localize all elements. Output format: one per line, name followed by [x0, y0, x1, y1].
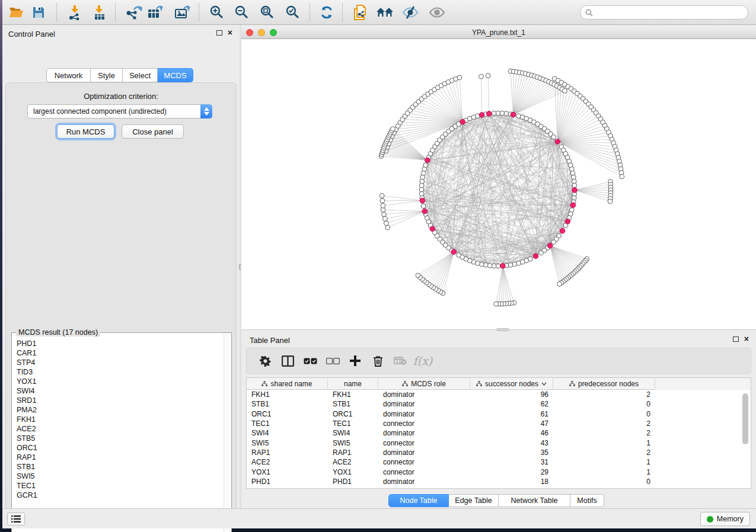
export-network-icon[interactable]: [125, 3, 143, 22]
graph-hub-node[interactable]: [500, 263, 506, 268]
tab-select[interactable]: Select: [123, 68, 158, 82]
run-mcds-button[interactable]: Run MCDS: [57, 124, 114, 139]
column-header-name[interactable]: name: [328, 378, 378, 390]
graph-node[interactable]: [381, 203, 385, 208]
network-graph[interactable]: [241, 39, 756, 329]
graph-node[interactable]: [382, 212, 387, 217]
column-header-predecessor-nodes[interactable]: predecessor nodes: [553, 378, 655, 390]
table-row[interactable]: SWI5SWI5connector431: [247, 438, 751, 447]
mcds-result-item[interactable]: STP4: [17, 358, 223, 367]
graph-hub-node[interactable]: [555, 139, 560, 145]
horizontal-splitter-grabber[interactable]: [496, 328, 509, 331]
graph-node[interactable]: [492, 111, 496, 116]
table-row[interactable]: ORC1ORC1dominator610: [247, 409, 751, 419]
tab-motifs[interactable]: Motifs: [570, 494, 604, 507]
graph-hub-node[interactable]: [425, 158, 430, 163]
mcds-result-item[interactable]: ORC1: [17, 443, 223, 453]
graph-node[interactable]: [620, 174, 624, 179]
mcds-result-item[interactable]: SRD1: [17, 396, 223, 405]
mcds-result-item[interactable]: SWI4: [17, 386, 223, 396]
graph-node[interactable]: [457, 253, 461, 258]
table-scrollbar-thumb[interactable]: [742, 393, 748, 444]
apply-layout-icon[interactable]: [317, 3, 336, 22]
graph-node[interactable]: [391, 127, 395, 132]
graph-node[interactable]: [557, 281, 562, 286]
graph-hub-node[interactable]: [451, 249, 457, 255]
graph-node[interactable]: [379, 193, 384, 198]
export-image-icon[interactable]: [173, 3, 192, 22]
search-box[interactable]: [580, 5, 748, 20]
table-row[interactable]: RAP1RAP1dominator352: [247, 448, 751, 457]
new-network-from-selection-icon[interactable]: [350, 3, 369, 22]
graph-hub-node[interactable]: [572, 188, 578, 193]
mcds-result-scrollbar[interactable]: [224, 334, 231, 532]
graph-node[interactable]: [538, 251, 543, 255]
mcds-result-item[interactable]: TID3: [17, 367, 223, 377]
close-table-panel-icon[interactable]: ×: [744, 336, 749, 342]
tab-network-table[interactable]: Network Table: [499, 494, 570, 507]
export-table-icon[interactable]: [146, 3, 165, 22]
graph-node[interactable]: [551, 134, 556, 139]
tab-style[interactable]: Style: [91, 68, 123, 82]
column-header-MCDS-role[interactable]: MCDS role: [378, 378, 470, 390]
save-session-icon[interactable]: [29, 3, 48, 22]
memory-button[interactable]: Memory: [700, 512, 750, 526]
task-history-button[interactable]: [7, 512, 25, 525]
first-neighbors-icon[interactable]: [375, 3, 394, 22]
tab-network[interactable]: Network: [46, 68, 91, 82]
deselect-all-rows-icon[interactable]: [321, 350, 344, 371]
graph-hub-node[interactable]: [565, 219, 570, 224]
open-session-icon[interactable]: [7, 3, 25, 22]
delete-column-icon[interactable]: [366, 350, 389, 371]
graph-node[interactable]: [486, 73, 490, 78]
select-all-rows-icon[interactable]: [299, 350, 321, 371]
zoom-in-icon[interactable]: [208, 3, 227, 22]
table-row[interactable]: FKH1FKH1dominator962: [247, 390, 751, 399]
graph-node[interactable]: [494, 302, 499, 306]
search-input[interactable]: [596, 8, 748, 17]
table-row[interactable]: PHD1PHD1dominator180: [247, 477, 751, 486]
zoom-out-icon[interactable]: [232, 3, 251, 22]
column-header-shared-name[interactable]: shared name: [247, 378, 328, 390]
mcds-result-item[interactable]: CAR1: [17, 348, 223, 358]
graph-hub-node[interactable]: [430, 226, 435, 232]
tab-edge-table[interactable]: Edge Table: [449, 494, 499, 507]
table-row[interactable]: YOX1YOX1connector291: [247, 467, 751, 476]
zoom-fit-icon[interactable]: [258, 3, 277, 22]
import-table-icon[interactable]: [90, 3, 109, 22]
mcds-result-item[interactable]: ACE2: [17, 424, 223, 434]
graph-node[interactable]: [479, 74, 484, 79]
graph-hub-node[interactable]: [560, 228, 565, 233]
table-scrollbar[interactable]: [742, 392, 749, 486]
graph-hub-node[interactable]: [420, 198, 425, 203]
float-table-panel-icon[interactable]: [733, 336, 739, 342]
import-network-icon[interactable]: [66, 3, 85, 22]
optimization-criterion-dropdown[interactable]: largest connected component (undirected): [27, 104, 212, 118]
float-panel-icon[interactable]: [216, 30, 222, 36]
graph-node[interactable]: [385, 225, 390, 230]
graph-node[interactable]: [608, 199, 613, 204]
graph-hub-node[interactable]: [486, 111, 492, 117]
graph-hub-node[interactable]: [547, 243, 553, 248]
table-settings-icon[interactable]: [254, 350, 276, 371]
network-canvas[interactable]: [241, 39, 756, 329]
mcds-result-item[interactable]: TEC1: [17, 481, 223, 491]
close-panel-icon[interactable]: ×: [228, 30, 232, 36]
mcds-result-item[interactable]: RAP1: [17, 453, 223, 462]
graph-node[interactable]: [572, 183, 577, 188]
mcds-result-item[interactable]: FKH1: [17, 415, 223, 424]
graph-hub-node[interactable]: [460, 119, 465, 124]
graph-node[interactable]: [457, 75, 462, 80]
tab-mcds[interactable]: MCDS: [158, 68, 193, 82]
graph-node[interactable]: [380, 198, 385, 203]
column-header-successor-nodes[interactable]: successor nodes: [470, 378, 553, 390]
add-column-icon[interactable]: [344, 350, 366, 371]
hide-selected-icon[interactable]: [401, 3, 420, 22]
graph-node[interactable]: [382, 216, 387, 221]
zoom-selected-icon[interactable]: [283, 3, 302, 22]
graph-hub-node[interactable]: [479, 113, 484, 118]
graph-hub-node[interactable]: [570, 203, 576, 208]
mcds-result-item[interactable]: STB5: [17, 434, 223, 443]
graph-node[interactable]: [416, 273, 420, 278]
mcds-result-item[interactable]: PHD1: [17, 339, 223, 348]
